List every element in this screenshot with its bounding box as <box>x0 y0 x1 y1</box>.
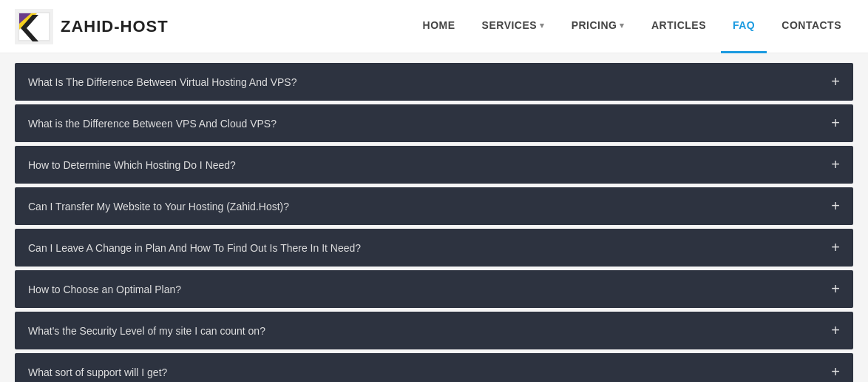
logo-area[interactable]: ZAHID-HOST <box>15 9 169 44</box>
faq-question-text: What sort of support will I get? <box>28 366 167 378</box>
nav-label-contacts: CONTACTS <box>781 19 841 31</box>
faq-question-text: Can I Transfer My Website to Your Hostin… <box>28 201 289 212</box>
faq-expand-icon[interactable]: + <box>831 239 840 256</box>
faq-item[interactable]: How to Determine Which Hosting Do I Need… <box>15 146 853 184</box>
faq-expand-icon[interactable]: + <box>831 281 840 298</box>
faq-expand-icon[interactable]: + <box>831 156 840 173</box>
nav-item-articles[interactable]: ARTICLES <box>640 0 718 53</box>
header: ZAHID-HOST HOMESERVICES▾PRICING▾ARTICLES… <box>0 0 868 53</box>
nav-arrow-pricing: ▾ <box>620 21 625 30</box>
faq-item[interactable]: What Is The Difference Between Virtual H… <box>15 63 853 101</box>
faq-expand-icon[interactable]: + <box>831 198 840 215</box>
faq-item[interactable]: How to Choose an Optimal Plan?+ <box>15 270 853 308</box>
nav-arrow-services: ▾ <box>540 21 545 30</box>
faq-expand-icon[interactable]: + <box>831 115 840 132</box>
faq-item[interactable]: Can I Transfer My Website to Your Hostin… <box>15 187 853 225</box>
faq-question-text: How to Choose an Optimal Plan? <box>28 284 181 295</box>
nav-item-contacts[interactable]: CONTACTS <box>770 0 853 53</box>
nav-label-faq: FAQ <box>733 19 755 31</box>
main-nav: HOMESERVICES▾PRICING▾ARTICLESFAQCONTACTS <box>411 0 853 53</box>
nav-label-articles: ARTICLES <box>651 19 706 31</box>
faq-question-text: How to Determine Which Hosting Do I Need… <box>28 159 236 171</box>
faq-expand-icon[interactable]: + <box>831 322 840 339</box>
nav-item-pricing[interactable]: PRICING▾ <box>560 0 637 53</box>
nav-label-home: HOME <box>423 19 455 31</box>
faq-question-text: What's the Security Level of my site I c… <box>28 325 265 337</box>
faq-container: What Is The Difference Between Virtual H… <box>0 53 868 382</box>
nav-label-services: SERVICES <box>482 19 538 31</box>
logo-text: ZAHID-HOST <box>61 17 169 36</box>
faq-item[interactable]: What is the Difference Between VPS And C… <box>15 104 853 142</box>
faq-question-text: What is the Difference Between VPS And C… <box>28 118 277 130</box>
faq-question-text: What Is The Difference Between Virtual H… <box>28 76 296 88</box>
nav-item-services[interactable]: SERVICES▾ <box>470 0 557 53</box>
faq-expand-icon[interactable]: + <box>831 73 840 90</box>
nav-item-home[interactable]: HOME <box>411 0 467 53</box>
faq-item[interactable]: What's the Security Level of my site I c… <box>15 312 853 349</box>
faq-expand-icon[interactable]: + <box>831 363 840 381</box>
nav-item-faq[interactable]: FAQ <box>721 0 767 53</box>
nav-label-pricing: PRICING <box>572 19 617 31</box>
faq-question-text: Can I Leave A Change in Plan And How To … <box>28 242 361 254</box>
faq-item[interactable]: Can I Leave A Change in Plan And How To … <box>15 229 853 267</box>
faq-item[interactable]: What sort of support will I get?+ <box>15 353 853 382</box>
logo-icon <box>15 9 53 44</box>
